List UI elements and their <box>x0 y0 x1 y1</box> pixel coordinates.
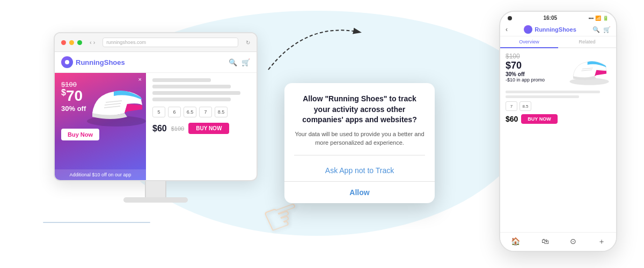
ad-banner: × $100 <box>55 73 146 180</box>
ad-footer-text: Additional $10 off on our app <box>55 169 146 180</box>
phone-store-part2: Shoes <box>559 26 576 33</box>
phone-status-icons: ▪▪▪ 📶 🔋 <box>588 16 609 21</box>
product-line-4 <box>152 98 231 101</box>
phone-tabs: Overview Related <box>500 36 616 48</box>
phone-price-big: $60 <box>506 115 518 123</box>
curved-arrow <box>263 16 381 80</box>
phone-notch <box>508 16 512 20</box>
product-line-2 <box>152 85 231 88</box>
phone-nav-add[interactable]: ＋ <box>598 237 605 247</box>
phone-buy-row: $60 BUY NOW <box>506 114 611 124</box>
product-detail: 5 6 6.5 7 8.5 $60 $100 BUY NOW <box>146 73 257 180</box>
phone-line-1 <box>506 91 600 93</box>
mobile-phone: 16:05 ▪▪▪ 📶 🔋 ‹ RunningShoes 🔍 🛒 <box>499 11 617 252</box>
stand-neck <box>145 181 166 197</box>
permission-dialog: Allow "Running Shoes" to track your acti… <box>284 83 435 203</box>
cart-icon[interactable]: 🛒 <box>241 58 250 66</box>
dot-minimize[interactable] <box>69 40 74 45</box>
stand-base <box>123 197 188 203</box>
phone-size-85[interactable]: 8.5 <box>519 101 531 111</box>
dialog-title: Allow "Running Shoes" to track your acti… <box>294 94 425 125</box>
logo-icon <box>61 56 73 68</box>
forward-arrow[interactable]: › <box>93 39 96 46</box>
ad-price-new: $$7070 <box>61 88 140 103</box>
buy-now-button[interactable]: BUY NOW <box>188 123 229 134</box>
size-btn-5[interactable]: 5 <box>152 107 165 117</box>
store-logo: RunningShoes <box>61 56 125 68</box>
phone-buy-button[interactable]: BUY NOW <box>521 114 557 124</box>
ad-discount: 30% off <box>61 105 140 113</box>
monitor-titlebar: ‹ › runningshoes.com ↻ <box>55 33 257 52</box>
product-line-1 <box>152 78 211 82</box>
back-arrow[interactable]: ‹ <box>90 39 92 46</box>
monitor-stand <box>54 181 258 203</box>
tab-related[interactable]: Related <box>558 36 616 47</box>
size-btn-7[interactable]: 7 <box>199 107 212 117</box>
refresh-icon[interactable]: ↻ <box>246 40 250 46</box>
dialog-message: Your data will be used to provide you a … <box>294 130 425 147</box>
store-header: RunningShoes 🔍 🛒 <box>55 52 257 73</box>
dot-maximize[interactable] <box>77 40 82 45</box>
phone-nav-shop[interactable]: 🛍 <box>541 237 549 247</box>
search-icon[interactable]: 🔍 <box>229 58 237 66</box>
dialog-body: Allow "Running Shoes" to track your acti… <box>284 83 435 160</box>
ask-not-to-track-button[interactable]: Ask App not to Track <box>284 160 435 182</box>
product-area: × $100 <box>55 73 257 180</box>
store-name-part1: Running <box>76 58 104 66</box>
allow-tracking-button[interactable]: Allow <box>284 182 435 203</box>
phone-line-2 <box>506 95 579 98</box>
product-description-lines <box>152 78 250 101</box>
size-btn-65[interactable]: 6.5 <box>184 107 196 117</box>
signal-icon: ▪▪▪ <box>588 16 594 21</box>
phone-store-name: RunningShoes <box>535 26 576 33</box>
phone-promo: -$10 in app promo <box>506 77 545 83</box>
size-btn-85[interactable]: 8.5 <box>215 107 228 117</box>
phone-nav-home[interactable]: 🏠 <box>511 237 520 247</box>
size-btn-6[interactable]: 6 <box>168 107 181 117</box>
phone-search-icon[interactable]: 🔍 <box>592 26 600 33</box>
phone-cart-icon[interactable]: 🛒 <box>603 26 611 33</box>
phone-pricing: $100 $70 30% off -$10 in app promo <box>506 53 545 83</box>
phone-frame: 16:05 ▪▪▪ 📶 🔋 ‹ RunningShoes 🔍 🛒 <box>499 11 617 252</box>
dot-close[interactable] <box>61 40 66 45</box>
phone-nav-bar: ‹ RunningShoes 🔍 🛒 <box>500 23 616 36</box>
phone-price-new: $70 <box>506 60 545 71</box>
ad-buy-button[interactable]: Buy Now <box>61 129 99 140</box>
dialog-actions: Ask App not to Track Allow <box>284 160 435 203</box>
store-icons: 🔍 🛒 <box>229 58 250 66</box>
logo-icon-inner <box>65 60 69 64</box>
phone-price-old: $100 <box>506 53 545 60</box>
phone-size-7[interactable]: 7 <box>506 101 517 111</box>
phone-store-logo: RunningShoes <box>524 25 576 34</box>
currency-symbol: $ <box>61 88 66 97</box>
store-name: RunningShoes <box>76 58 125 66</box>
phone-nav-search[interactable]: ⊙ <box>570 237 576 247</box>
address-bar[interactable]: runningshoes.com <box>103 38 238 47</box>
store-name-part2: Shoes <box>104 58 125 66</box>
phone-back-button[interactable]: ‹ <box>506 26 508 33</box>
price-old: $100 <box>171 125 184 132</box>
phone-time: 16:05 <box>543 15 557 21</box>
product-line-3 <box>152 91 240 95</box>
monitor-frame: ‹ › runningshoes.com ↻ RunningShoes 🔍 🛒 <box>54 32 258 181</box>
nav-arrows: ‹ › <box>90 39 95 46</box>
dialog-divider <box>294 155 425 155</box>
price-row: $60 $100 BUY NOW <box>152 123 250 134</box>
desktop-monitor: ‹ › runningshoes.com ↻ RunningShoes 🔍 🛒 <box>54 32 258 203</box>
phone-discount: 30% off <box>506 71 545 77</box>
phone-product-content: $100 $70 30% off -$10 in app promo <box>500 48 616 128</box>
phone-shoe-image <box>568 53 611 87</box>
phone-logo-icon <box>524 25 532 34</box>
url-text: runningshoes.com <box>106 40 146 45</box>
price-current: $60 <box>152 124 167 133</box>
decorative-lines <box>43 222 150 225</box>
phone-size-selector: 7 8.5 <box>506 101 611 111</box>
wifi-icon: 📶 <box>595 16 601 21</box>
phone-top-icons: 🔍 🛒 <box>592 26 611 33</box>
phone-description-lines <box>506 91 611 98</box>
size-selector: 5 6 6.5 7 8.5 <box>152 107 250 117</box>
phone-status-bar: 16:05 ▪▪▪ 📶 🔋 <box>500 12 616 23</box>
phone-bottom-nav: 🏠 🛍 ⊙ ＋ <box>500 232 616 251</box>
tab-overview[interactable]: Overview <box>500 36 558 48</box>
battery-icon: 🔋 <box>603 16 609 21</box>
